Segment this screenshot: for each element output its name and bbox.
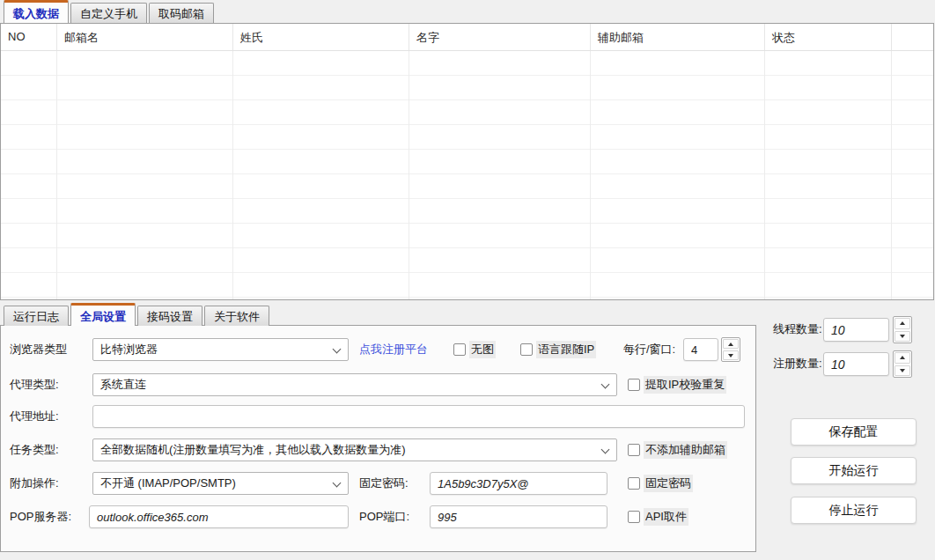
tab-code-mailbox[interactable]: 取码邮箱 [149,3,214,23]
api-fetch-checkbox-label: API取件 [644,508,688,526]
pop-port-input[interactable] [430,505,607,528]
col-header-no[interactable]: NO [1,24,57,50]
fixed-password-checkbox[interactable]: 固定密码 [628,472,693,495]
top-tabstrip: 载入数据 自定义手机 取码邮箱 [4,0,214,23]
lang-follow-ip-checkbox-label: 语言跟随IP [536,341,596,358]
browser-type-value: 比特浏览器 [100,342,158,357]
checkbox-box-icon [453,343,466,356]
col-header-auxemail[interactable]: 辅助邮箱 [591,24,765,50]
spinner-down-icon[interactable] [723,350,739,360]
task-type-label: 任务类型: [10,438,59,461]
tab-global-settings[interactable]: 全局设置 [70,303,136,326]
fixed-password-input[interactable] [430,472,607,495]
table-row [1,273,933,298]
tab-code-settings[interactable]: 接码设置 [137,306,202,326]
pop-server-label: POP服务器: [10,505,71,528]
spinner-up-icon[interactable] [895,318,910,329]
col-header-filler [892,24,933,50]
register-count-stepper[interactable] [893,350,912,378]
checkbox-box-icon [520,343,533,356]
checkbox-box-icon [628,511,640,523]
pop-port-label: POP端口: [359,505,409,528]
task-type-select[interactable]: 全部数据随机(注册数量填写为准，其他以载入数据数量为准) [92,438,617,461]
table-body [1,51,933,300]
table-row [1,199,933,224]
no-image-checkbox-label: 无图 [469,341,496,358]
chevron-down-icon [601,446,610,454]
lang-follow-ip-checkbox[interactable]: 语言跟随IP [520,338,596,361]
tab-load-data[interactable]: 载入数据 [4,0,69,23]
col-header-email[interactable]: 邮箱名 [57,24,233,50]
start-run-button[interactable]: 开始运行 [791,457,917,484]
bottom-tabstrip: 运行日志 全局设置 接码设置 关于软件 [4,302,269,326]
table-row [1,174,933,199]
extra-op-select[interactable]: 不开通 (IMAP/POP/SMTP) [92,472,349,495]
proxy-type-select[interactable]: 系统直连 [92,373,617,396]
chevron-down-icon [333,345,342,354]
spinner-up-icon[interactable] [895,352,910,364]
browser-type-select[interactable]: 比特浏览器 [92,338,349,361]
browser-type-label: 浏览器类型 [10,338,67,361]
fixed-password-label: 固定密码: [359,472,409,495]
proxy-type-label: 代理类型: [10,373,59,396]
pop-server-input[interactable] [89,505,349,528]
tab-about[interactable]: 关于软件 [204,306,269,326]
extract-ip-check-checkbox[interactable]: 提取IP校验重复 [628,373,726,396]
api-fetch-checkbox[interactable]: API取件 [628,505,688,528]
data-table[interactable]: NO 邮箱名 姓氏 名字 辅助邮箱 状态 [0,23,934,300]
thread-count-stepper[interactable] [893,316,912,343]
extra-op-value: 不开通 (IMAP/POP/SMTP) [100,475,236,491]
no-image-checkbox[interactable]: 无图 [453,338,496,361]
thread-count-input[interactable] [823,318,889,342]
global-settings-panel: 浏览器类型 比特浏览器 点我注册平台 无图 语言跟随IP 每行/窗口: 代理类型… [0,325,756,552]
fixed-password-checkbox-label: 固定密码 [644,475,693,492]
register-count-input[interactable] [823,352,889,376]
tab-custom-phone[interactable]: 自定义手机 [70,3,147,23]
task-type-value: 全部数据随机(注册数量填写为准，其他以载入数据数量为准) [100,442,406,458]
proxy-address-input[interactable] [92,405,745,428]
col-header-status[interactable]: 状态 [765,24,892,50]
chevron-down-icon [601,380,610,389]
extra-op-label: 附加操作: [10,472,59,495]
table-row [1,125,933,150]
register-platform-link[interactable]: 点我注册平台 [359,338,428,361]
extract-ip-check-checkbox-label: 提取IP校验重复 [644,376,726,394]
chevron-down-icon [333,479,342,488]
no-aux-email-checkbox-label: 不添加辅助邮箱 [644,441,727,459]
spinner-down-icon[interactable] [895,331,910,343]
per-row-window-stepper[interactable] [721,337,740,362]
spinner-down-icon[interactable] [895,365,910,377]
proxy-address-label: 代理地址: [10,405,59,428]
register-count-label: 注册数量: [773,352,822,375]
table-row [1,100,933,125]
stop-run-button[interactable]: 停止运行 [791,497,917,524]
no-aux-email-checkbox[interactable]: 不添加辅助邮箱 [628,438,727,461]
tab-run-log[interactable]: 运行日志 [4,306,69,326]
table-row [1,224,933,248]
table-row [1,248,933,273]
table-row [1,150,933,174]
save-config-button[interactable]: 保存配置 [791,418,917,446]
per-row-window-label: 每行/窗口: [623,338,675,361]
checkbox-box-icon [628,379,640,391]
table-header-row: NO 邮箱名 姓氏 名字 辅助邮箱 状态 [1,24,933,51]
checkbox-box-icon [628,444,640,456]
proxy-type-value: 系统直连 [100,377,146,393]
thread-count-label: 线程数量: [773,318,822,341]
col-header-lastname[interactable]: 姓氏 [233,24,409,50]
per-row-window-input[interactable] [683,338,718,361]
checkbox-box-icon [628,477,640,490]
table-row [1,51,933,76]
col-header-firstname[interactable]: 名字 [409,24,591,50]
table-row [1,76,933,100]
spinner-up-icon[interactable] [723,339,739,349]
